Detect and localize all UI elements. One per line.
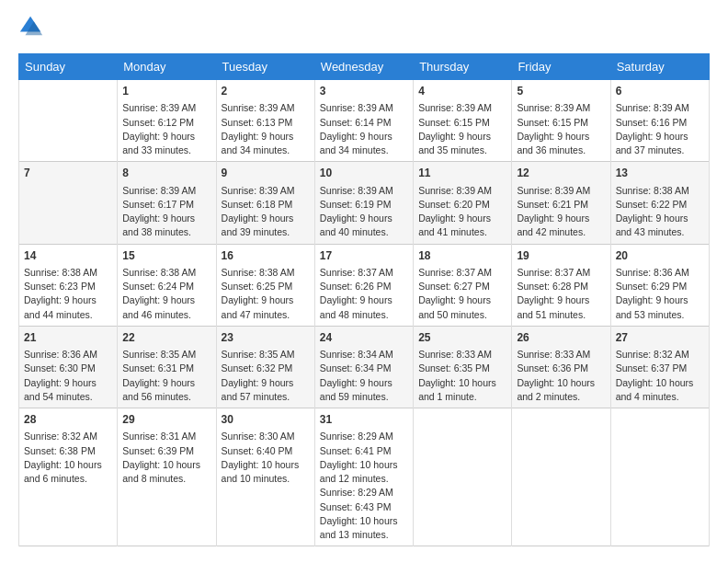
calendar-cell: 4Sunrise: 8:39 AMSunset: 6:15 PMDaylight…	[414, 80, 512, 162]
day-number: 31	[320, 412, 408, 428]
calendar-cell	[512, 408, 610, 546]
cell-sun-info: Sunrise: 8:32 AMSunset: 6:37 PMDaylight:…	[616, 348, 704, 404]
calendar-cell: 11Sunrise: 8:39 AMSunset: 6:20 PMDayligh…	[414, 162, 512, 244]
calendar-week-row: 21Sunrise: 8:36 AMSunset: 6:30 PMDayligh…	[19, 326, 710, 408]
calendar-cell: 21Sunrise: 8:36 AMSunset: 6:30 PMDayligh…	[19, 326, 118, 408]
cell-sun-info: Sunrise: 8:33 AMSunset: 6:36 PMDaylight:…	[517, 348, 605, 404]
cell-sun-info: Sunrise: 8:35 AMSunset: 6:32 PMDaylight:…	[222, 348, 310, 404]
logo	[18, 15, 46, 42]
calendar-cell: 8Sunrise: 8:39 AMSunset: 6:17 PMDaylight…	[118, 162, 216, 244]
calendar-cell: 1Sunrise: 8:39 AMSunset: 6:12 PMDaylight…	[118, 80, 216, 162]
cell-sun-info: Sunrise: 8:39 AMSunset: 6:17 PMDaylight:…	[122, 184, 210, 240]
day-number: 19	[517, 248, 605, 264]
calendar-cell: 19Sunrise: 8:37 AMSunset: 6:28 PMDayligh…	[512, 244, 610, 326]
day-number: 18	[418, 248, 506, 264]
col-header-wednesday: Wednesday	[314, 54, 413, 80]
col-header-friday: Friday	[512, 54, 610, 80]
page-header	[18, 15, 710, 42]
col-header-monday: Monday	[118, 54, 216, 80]
calendar-cell: 3Sunrise: 8:39 AMSunset: 6:14 PMDaylight…	[314, 80, 413, 162]
day-number: 20	[616, 248, 704, 264]
calendar-cell: 14Sunrise: 8:38 AMSunset: 6:23 PMDayligh…	[19, 244, 118, 326]
calendar-cell: 12Sunrise: 8:39 AMSunset: 6:21 PMDayligh…	[512, 162, 610, 244]
cell-sun-info: Sunrise: 8:31 AMSunset: 6:39 PMDaylight:…	[122, 430, 210, 486]
day-number: 1	[122, 84, 210, 99]
day-number: 6	[616, 84, 704, 99]
calendar-header-row: SundayMondayTuesdayWednesdayThursdayFrid…	[19, 54, 710, 80]
day-number: 24	[320, 330, 408, 346]
cell-sun-info: Sunrise: 8:38 AMSunset: 6:23 PMDaylight:…	[24, 266, 112, 322]
calendar-cell	[19, 80, 118, 162]
day-number: 30	[222, 412, 310, 428]
cell-sun-info: Sunrise: 8:37 AMSunset: 6:26 PMDaylight:…	[320, 266, 408, 322]
day-number: 10	[320, 166, 408, 181]
cell-sun-info: Sunrise: 8:34 AMSunset: 6:34 PMDaylight:…	[320, 348, 408, 404]
day-number: 12	[517, 166, 605, 181]
day-number: 13	[616, 166, 704, 181]
day-number: 23	[222, 330, 310, 346]
col-header-sunday: Sunday	[19, 54, 118, 80]
cell-sun-info: Sunrise: 8:29 AMSunset: 6:41 PMDaylight:…	[320, 430, 408, 486]
day-number: 26	[517, 330, 605, 346]
cell-sun-info: Sunrise: 8:35 AMSunset: 6:31 PMDaylight:…	[122, 348, 210, 404]
cell-sun-info: Sunrise: 8:33 AMSunset: 6:35 PMDaylight:…	[418, 348, 506, 404]
day-number: 22	[122, 330, 210, 346]
day-number: 9	[222, 166, 310, 181]
calendar-cell: 22Sunrise: 8:35 AMSunset: 6:31 PMDayligh…	[118, 326, 216, 408]
calendar-cell	[610, 408, 709, 546]
calendar-cell: 29Sunrise: 8:31 AMSunset: 6:39 PMDayligh…	[118, 408, 216, 546]
calendar-cell: 23Sunrise: 8:35 AMSunset: 6:32 PMDayligh…	[216, 326, 314, 408]
calendar-cell: 30Sunrise: 8:30 AMSunset: 6:40 PMDayligh…	[216, 408, 314, 546]
day-number: 21	[24, 330, 112, 346]
day-number: 11	[418, 166, 506, 181]
calendar-cell: 25Sunrise: 8:33 AMSunset: 6:35 PMDayligh…	[414, 326, 512, 408]
cell-sun-info: Sunrise: 8:37 AMSunset: 6:27 PMDaylight:…	[418, 266, 506, 322]
calendar-cell: 5Sunrise: 8:39 AMSunset: 6:15 PMDaylight…	[512, 80, 610, 162]
cell-sun-info: Sunrise: 8:39 AMSunset: 6:16 PMDaylight:…	[616, 101, 704, 157]
calendar-cell: 10Sunrise: 8:39 AMSunset: 6:19 PMDayligh…	[314, 162, 413, 244]
calendar-cell: 2Sunrise: 8:39 AMSunset: 6:13 PMDaylight…	[216, 80, 314, 162]
calendar-cell: 15Sunrise: 8:38 AMSunset: 6:24 PMDayligh…	[118, 244, 216, 326]
day-number: 5	[517, 84, 605, 99]
cell-sun-info-extra: Sunrise: 8:29 AMSunset: 6:43 PMDaylight:…	[320, 486, 408, 542]
cell-sun-info: Sunrise: 8:39 AMSunset: 6:19 PMDaylight:…	[320, 184, 408, 240]
calendar-cell: 31Sunrise: 8:29 AMSunset: 6:41 PMDayligh…	[314, 408, 413, 546]
calendar-cell: 6Sunrise: 8:39 AMSunset: 6:16 PMDaylight…	[610, 80, 709, 162]
cell-sun-info: Sunrise: 8:37 AMSunset: 6:28 PMDaylight:…	[517, 266, 605, 322]
day-number: 4	[418, 84, 506, 99]
day-number: 7	[24, 166, 112, 181]
calendar-cell: 28Sunrise: 8:32 AMSunset: 6:38 PMDayligh…	[19, 408, 118, 546]
day-number: 17	[320, 248, 408, 264]
day-number: 2	[222, 84, 310, 99]
calendar-table: SundayMondayTuesdayWednesdayThursdayFrid…	[18, 53, 710, 546]
cell-sun-info: Sunrise: 8:32 AMSunset: 6:38 PMDaylight:…	[24, 430, 112, 486]
day-number: 15	[122, 248, 210, 264]
day-number: 3	[320, 84, 408, 99]
calendar-week-row: 78Sunrise: 8:39 AMSunset: 6:17 PMDayligh…	[19, 162, 710, 244]
calendar-cell: 7	[19, 162, 118, 244]
cell-sun-info: Sunrise: 8:39 AMSunset: 6:14 PMDaylight:…	[320, 101, 408, 157]
logo-icon	[18, 13, 44, 39]
cell-sun-info: Sunrise: 8:39 AMSunset: 6:12 PMDaylight:…	[122, 101, 210, 157]
day-number: 29	[122, 412, 210, 428]
day-number: 25	[418, 330, 506, 346]
day-number: 14	[24, 248, 112, 264]
cell-sun-info: Sunrise: 8:39 AMSunset: 6:18 PMDaylight:…	[222, 184, 310, 240]
cell-sun-info: Sunrise: 8:38 AMSunset: 6:25 PMDaylight:…	[222, 266, 310, 322]
cell-sun-info: Sunrise: 8:39 AMSunset: 6:21 PMDaylight:…	[517, 184, 605, 240]
day-number: 28	[24, 412, 112, 428]
cell-sun-info: Sunrise: 8:30 AMSunset: 6:40 PMDaylight:…	[222, 430, 310, 486]
calendar-cell: 24Sunrise: 8:34 AMSunset: 6:34 PMDayligh…	[314, 326, 413, 408]
calendar-week-row: 14Sunrise: 8:38 AMSunset: 6:23 PMDayligh…	[19, 244, 710, 326]
day-number: 16	[222, 248, 310, 264]
cell-sun-info: Sunrise: 8:38 AMSunset: 6:24 PMDaylight:…	[122, 266, 210, 322]
day-number: 8	[122, 166, 210, 181]
day-number: 27	[616, 330, 704, 346]
calendar-cell: 26Sunrise: 8:33 AMSunset: 6:36 PMDayligh…	[512, 326, 610, 408]
calendar-cell: 20Sunrise: 8:36 AMSunset: 6:29 PMDayligh…	[610, 244, 709, 326]
cell-sun-info: Sunrise: 8:39 AMSunset: 6:20 PMDaylight:…	[418, 184, 506, 240]
cell-sun-info: Sunrise: 8:38 AMSunset: 6:22 PMDaylight:…	[616, 184, 704, 240]
cell-sun-info: Sunrise: 8:39 AMSunset: 6:15 PMDaylight:…	[418, 101, 506, 157]
cell-sun-info: Sunrise: 8:39 AMSunset: 6:13 PMDaylight:…	[222, 101, 310, 157]
calendar-week-row: 1Sunrise: 8:39 AMSunset: 6:12 PMDaylight…	[19, 80, 710, 162]
